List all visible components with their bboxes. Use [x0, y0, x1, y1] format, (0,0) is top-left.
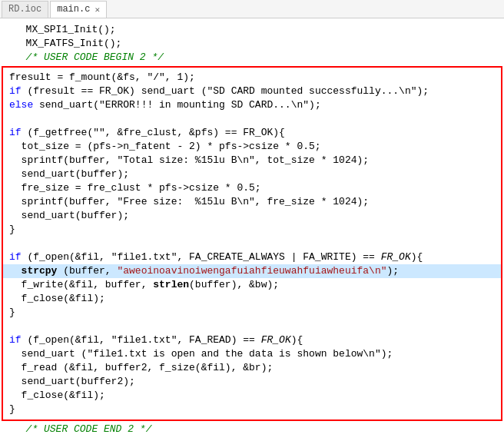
- code-line: sprintf(buffer, "Total size: %15lu B\n",…: [3, 154, 501, 167]
- tab-main-c[interactable]: main.c ✕: [50, 1, 107, 18]
- code-line-blank: [3, 237, 501, 250]
- code-line: fresult = f_mount(&fs, "/", 1);: [3, 71, 501, 85]
- code-line: f_close(&fil);: [3, 292, 501, 306]
- code-line: tot_size = (pfs->n_fatent - 2) * pfs->cs…: [3, 140, 501, 154]
- tab-label: main.c: [57, 4, 90, 15]
- code-line-selected: strcpy (buffer, "aweoinoavinoiwengafuiah…: [3, 264, 501, 278]
- tab-label: RD.ioc: [8, 4, 41, 15]
- code-line: if (fresult == FR_OK) send_uart ("SD CAR…: [3, 85, 501, 98]
- preamble-block: MX_SPI1_Init(); MX_FATFS_Init(); /* USER…: [0, 22, 504, 66]
- code-line: if (f_open(&fil, "file1.txt", FA_CREATE_…: [3, 250, 501, 264]
- close-icon[interactable]: ✕: [94, 5, 100, 15]
- code-line: }: [3, 306, 501, 320]
- code-line: f_write(&fil, buffer, strlen(buffer), &b…: [3, 278, 501, 292]
- code-line: MX_SPI1_Init();: [8, 23, 504, 37]
- code-line: }: [3, 403, 501, 416]
- code-line: if (f_getfree("", &fre_clust, &pfs) == F…: [3, 126, 501, 140]
- code-line-blank: [3, 112, 501, 126]
- tab-RD-ioc[interactable]: RD.ioc: [2, 1, 48, 18]
- code-line: f_read (&fil, buffer2, f_size(&fil), &br…: [3, 361, 501, 375]
- code-line: fre_size = fre_clust * pfs->csize * 0.5;: [3, 181, 501, 195]
- footer-block: /* USER CODE END 2 */: [0, 421, 504, 438]
- code-line: send_uart ("file1.txt is open and the da…: [3, 347, 501, 361]
- tab-bar: RD.ioc main.c ✕: [0, 0, 504, 18]
- code-line: MX_FATFS_Init();: [8, 37, 504, 51]
- code-line: sprintf(buffer, "Free size: %15lu B\n", …: [3, 195, 501, 209]
- code-line: }: [3, 223, 501, 237]
- code-line: if (f_open(&fil, "file1.txt", FA_READ) =…: [3, 333, 501, 347]
- code-line: f_close(&fil);: [3, 389, 501, 403]
- code-line: send_uart(buffer);: [3, 209, 501, 223]
- code-line: else send_uart("ERROR!!! in mounting SD …: [3, 98, 501, 112]
- code-line-blank: [3, 320, 501, 333]
- code-line: send_uart(buffer);: [3, 167, 501, 181]
- highlighted-block: fresult = f_mount(&fs, "/", 1); if (fres…: [2, 66, 502, 421]
- code-line: /* USER CODE END 2 */: [8, 423, 496, 436]
- code-line: send_uart(buffer2);: [3, 375, 501, 389]
- code-line: /* USER CODE BEGIN 2 */: [8, 51, 504, 65]
- code-editor: MX_SPI1_Init(); MX_FATFS_Init(); /* USER…: [0, 18, 504, 441]
